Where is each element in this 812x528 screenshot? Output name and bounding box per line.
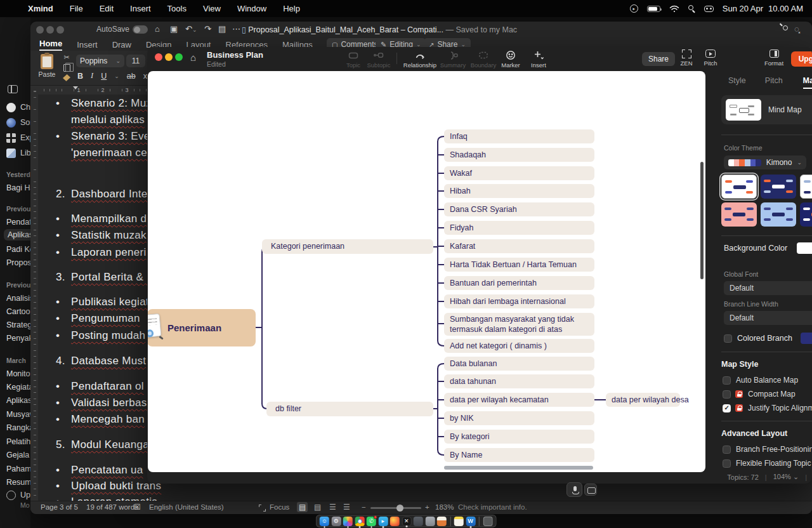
subtopic[interactable]: Sumbangan masyarakat yang tidak termasuk…: [444, 313, 594, 336]
chat-history-item[interactable]: Cartoon: [6, 306, 30, 317]
dock-chrome-icon[interactable]: [355, 517, 364, 526]
dock-settings-icon[interactable]: ⚙: [331, 517, 341, 526]
justify-topic-alignment-checkbox[interactable]: [723, 404, 731, 412]
pitch-mode-button[interactable]: Pitch: [698, 50, 723, 67]
close-button[interactable]: [36, 26, 44, 34]
underline-button[interactable]: U: [101, 72, 107, 81]
undo-icon[interactable]: ↶⌄: [185, 24, 197, 34]
sidebar-toggle-icon[interactable]: [8, 85, 18, 93]
subscript-button[interactable]: x: [143, 72, 147, 81]
spotlight-search-icon[interactable]: [688, 5, 695, 12]
zoom-in-button[interactable]: +: [425, 503, 429, 511]
underline-options-chevron[interactable]: ⌄: [114, 73, 119, 79]
copy-icon[interactable]: [63, 64, 70, 72]
subtopic[interactable]: data per wilayah kecamatan: [444, 393, 594, 407]
chat-history-item[interactable]: Proposa: [6, 257, 30, 268]
canvas-zoom-level[interactable]: 104% ⌄: [773, 473, 799, 481]
sidebar-item-library[interactable]: Lib: [6, 147, 30, 159]
compact-map-checkbox[interactable]: [723, 390, 731, 399]
zen-mode-button[interactable]: ZEN: [675, 50, 698, 67]
subtopic[interactable]: Harta Tidak Bertuan / Harta Temuan: [444, 258, 594, 272]
vertical-scrollbar[interactable]: [700, 162, 704, 279]
chat-history-item[interactable]: Analisis: [6, 293, 30, 304]
chat-history-item[interactable]: Monitori: [6, 368, 30, 380]
chat-history-item[interactable]: Padi Ken: [6, 244, 30, 255]
app-menus[interactable]: XmindFileEditInsertToolsViewWindowHelp: [28, 4, 300, 13]
chat-history-item[interactable]: Pelatihan: [6, 436, 30, 447]
chat-history-item-selected[interactable]: Aplikasi: [4, 229, 30, 241]
keyboard-input-button[interactable]: [584, 484, 597, 496]
font-size-select[interactable]: 11: [126, 55, 145, 67]
chat-history-item[interactable]: Aplikasi: [6, 395, 30, 406]
dock-books-icon[interactable]: [437, 517, 447, 526]
chat-history-item[interactable]: Bagi Has: [6, 182, 30, 194]
subtopic[interactable]: data tahunan: [444, 374, 594, 388]
insert-tool[interactable]: Insert: [523, 50, 554, 69]
panel-tab-pitch[interactable]: Pitch: [765, 76, 783, 89]
save-icon[interactable]: ▣: [170, 24, 178, 34]
colored-branch-checkbox[interactable]: [724, 334, 732, 343]
wifi-icon[interactable]: [669, 5, 679, 13]
background-color-swatch[interactable]: [797, 242, 812, 254]
horizontal-scrollbar[interactable]: [444, 466, 593, 470]
dock-photos-icon[interactable]: [343, 517, 353, 526]
subtopic-tool[interactable]: Subtopic: [363, 50, 394, 69]
panel-tab-map[interactable]: Map: [803, 76, 812, 89]
dictation-mic-button[interactable]: [566, 482, 582, 497]
central-topic[interactable]: Penerimaan: [148, 309, 256, 346]
close-button[interactable]: [155, 53, 162, 61]
dock-trash-icon[interactable]: [483, 517, 492, 526]
theme-thumbnail[interactable]: [761, 175, 796, 199]
italic-button[interactable]: I: [91, 71, 93, 81]
boundary-tool[interactable]: Boundary: [468, 50, 499, 69]
strikethrough-button[interactable]: ab: [127, 72, 136, 81]
print-layout-view-icon[interactable]: ▤: [297, 502, 308, 512]
dock-firefox-icon[interactable]: [390, 517, 400, 526]
subtopic[interactable]: Add net kategori ( dinamis ): [444, 339, 594, 353]
dock-xmind-icon[interactable]: ✕: [402, 517, 411, 526]
format-panel-button[interactable]: Format: [760, 50, 788, 67]
color-theme-select[interactable]: Kimono ⌄: [724, 155, 806, 169]
auto-balance-map-checkbox[interactable]: [723, 376, 731, 385]
chat-history-item[interactable]: Gejala: [6, 449, 30, 461]
chat-history-item[interactable]: Strategi: [6, 319, 30, 331]
flexible-floating-topic-checkbox[interactable]: [723, 459, 731, 468]
subtopic[interactable]: Data bulanan: [444, 357, 594, 371]
theme-thumbnail[interactable]: [800, 202, 812, 227]
main-topic[interactable]: db filter: [266, 402, 433, 416]
outline-view-icon[interactable]: ☰: [327, 502, 338, 512]
dock-finder-icon[interactable]: ☺: [320, 517, 329, 526]
mindmap-canvas[interactable]: Penerimaan Kategori penerimaan db filter…: [148, 71, 705, 472]
subtopic[interactable]: Hibah dari lembaga internasional: [444, 294, 594, 308]
subtopic[interactable]: by NIK: [444, 411, 594, 425]
control-center-icon[interactable]: [704, 6, 714, 12]
dock-telegram-icon[interactable]: ▸: [378, 517, 388, 526]
chat-history-item[interactable]: Paham A: [6, 463, 30, 475]
paste-button[interactable]: Paste: [37, 54, 57, 78]
subtopic[interactable]: Fidyah: [444, 221, 594, 235]
chat-history-item[interactable]: Kegiatan: [6, 381, 30, 393]
zoom-slider-track[interactable]: [370, 507, 421, 509]
theme-thumbnail[interactable]: [721, 202, 757, 227]
relationship-tool[interactable]: Relationship: [400, 50, 440, 69]
theme-thumbnail[interactable]: [800, 175, 812, 199]
share-user-icon[interactable]: ◌͓: [794, 24, 799, 34]
minimize-button[interactable]: [165, 53, 173, 61]
font-select[interactable]: Poppins⌄: [76, 55, 124, 67]
subtopic[interactable]: Infaq: [444, 129, 594, 143]
zoom-button[interactable]: [175, 53, 183, 61]
global-font-select[interactable]: Default: [724, 281, 812, 295]
format-painter-icon[interactable]: [63, 74, 70, 81]
draft-view-icon[interactable]: ☰: [341, 502, 352, 512]
proofing-icon[interactable]: ☒: [134, 503, 141, 512]
vertical-ruler[interactable]: 4567891011121314151617181920: [30, 86, 38, 501]
dock-whatsapp-icon[interactable]: ✆: [367, 517, 376, 526]
main-topic[interactable]: Kategori penerimaan: [262, 239, 433, 254]
subtopic[interactable]: Hibah: [444, 184, 594, 198]
screen-record-icon[interactable]: ▸: [630, 4, 638, 13]
summary-tool[interactable]: Summary: [438, 50, 468, 69]
chat-history-item[interactable]: Pendafta: [6, 216, 30, 228]
cut-icon[interactable]: ✂: [63, 53, 69, 62]
home-icon[interactable]: ⌂: [155, 24, 160, 34]
subtopic[interactable]: Shadaqah: [444, 148, 594, 162]
